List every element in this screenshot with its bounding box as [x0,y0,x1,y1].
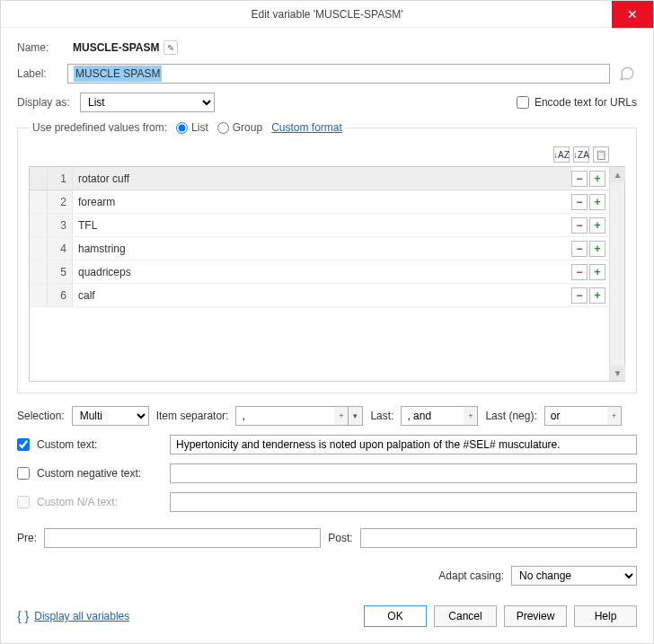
custom-neg-label: Custom negative text: [37,467,163,480]
close-button[interactable]: ✕ [612,1,653,28]
last-label: Last: [370,410,393,422]
row-drag-handle[interactable] [30,284,48,306]
add-row-button[interactable]: + [589,217,605,234]
add-row-button[interactable]: + [589,241,605,257]
last-plus[interactable]: + [464,406,478,426]
row-text[interactable]: rotator cuff [73,167,571,190]
custom-text-label: Custom text: [37,438,163,451]
custom-text-input[interactable] [170,435,637,454]
dialog-content: Name: MUSCLE-SPASM ✎ Label: MUSCLE SPASM… [1,28,653,636]
predefined-values-fieldset: Use predefined values from: List Group C… [17,121,637,393]
radio-list-wrap: List [176,121,208,134]
last-group: + [401,406,478,426]
predef-legend-text: Use predefined values from: [32,121,167,134]
add-row-button[interactable]: + [589,194,605,210]
row-number: 5 [48,260,73,283]
list-item[interactable]: 2forearm−+ [30,190,609,214]
item-sep-plus[interactable]: + [334,406,349,426]
row-buttons: −+ [571,284,609,306]
row-buttons: −+ [571,237,609,260]
custom-na-checkbox [17,496,30,508]
remove-row-button[interactable]: − [571,171,588,187]
selection-select[interactable]: Multi [72,406,149,426]
remove-row-button[interactable]: − [571,217,588,234]
display-as-select[interactable]: List [80,93,215,112]
list-item[interactable]: 1rotator cuff−+ [30,167,609,190]
encode-urls-label: Encode text for URLs [535,96,637,109]
radio-group-wrap: Group [217,121,262,134]
row-buttons: −+ [571,167,609,190]
add-row-button[interactable]: + [589,171,605,187]
display-as-row: Display as: List Encode text for URLs [17,93,637,112]
help-button[interactable]: Help [574,605,637,627]
custom-neg-checkbox[interactable] [17,467,30,480]
item-sep-label: Item separator: [156,410,229,422]
row-number: 1 [48,167,73,190]
cancel-button[interactable]: Cancel [434,605,497,627]
last-neg-input[interactable] [544,406,607,426]
sort-desc-icon[interactable]: ↓ZA [573,146,589,163]
item-sep-input[interactable] [235,406,334,426]
custom-text-checkbox[interactable] [17,438,30,451]
row-text[interactable]: forearm [73,190,571,213]
row-drag-handle[interactable] [30,190,48,213]
label-input[interactable]: MUSCLE SPASM [67,64,610,84]
remove-row-button[interactable]: − [571,194,588,210]
list-item[interactable]: 5quadriceps−+ [30,260,609,284]
row-text[interactable]: TFL [73,214,571,236]
row-drag-handle[interactable] [30,237,48,260]
radio-group[interactable] [217,122,229,134]
item-sep-group: + ▾ [235,406,363,426]
list-item[interactable]: 3TFL−+ [30,214,609,237]
scroll-down-icon[interactable]: ▼ [610,366,625,381]
encode-urls-checkbox[interactable] [517,96,529,109]
custom-neg-input[interactable] [170,463,637,483]
adapt-casing-select[interactable]: No change [511,566,637,586]
speech-bubble-icon[interactable] [617,64,637,84]
radio-list[interactable] [176,122,188,134]
sort-asc-icon[interactable]: ↓AZ [553,146,570,163]
post-input[interactable] [360,528,637,548]
footer: { } Display all variables OK Cancel Prev… [17,605,637,627]
radio-list-label: List [191,121,208,134]
remove-row-button[interactable]: − [571,287,588,304]
display-as-label: Display as: [17,96,80,109]
remove-row-button[interactable]: − [571,264,588,280]
row-drag-handle[interactable] [30,260,48,283]
custom-format-link[interactable]: Custom format [271,121,342,134]
label-input-text: MUSCLE SPASM [74,66,162,82]
list-item[interactable]: 6calf−+ [30,284,609,307]
last-neg-label: Last (neg): [485,410,536,422]
list-toolbar: ↓AZ ↓ZA 📋 [29,146,609,163]
row-buttons: −+ [571,260,609,283]
last-neg-plus[interactable]: + [607,406,622,426]
label-row: Label: MUSCLE SPASM [17,64,637,84]
row-drag-handle[interactable] [30,214,48,236]
list-item[interactable]: 4hamstring−+ [30,237,609,260]
adapt-casing-label: Adapt casing: [438,569,504,582]
add-row-button[interactable]: + [589,287,605,304]
remove-row-button[interactable]: − [571,241,588,257]
item-sep-dropdown[interactable]: ▾ [349,406,363,426]
clipboard-icon[interactable]: 📋 [593,146,609,163]
post-label: Post: [328,532,352,544]
pencil-icon[interactable]: ✎ [164,40,178,55]
display-all-link[interactable]: Display all variables [34,610,129,622]
row-text[interactable]: hamstring [73,237,571,260]
pre-label: Pre: [17,532,37,544]
add-row-button[interactable]: + [589,264,605,280]
close-icon: ✕ [627,7,638,22]
row-number: 2 [48,190,73,213]
ok-button[interactable]: OK [364,605,427,627]
scroll-up-icon[interactable]: ▲ [610,167,625,182]
display-all-variables[interactable]: { } Display all variables [17,609,129,623]
row-text[interactable]: quadriceps [73,260,571,283]
pre-post-row: Pre: Post: [17,528,637,548]
last-neg-group: + [544,406,622,426]
last-input[interactable] [401,406,464,426]
row-drag-handle[interactable] [30,167,48,190]
preview-button[interactable]: Preview [504,605,567,627]
scrollbar[interactable]: ▲ ▼ [609,167,624,381]
pre-input[interactable] [44,528,321,548]
row-text[interactable]: calf [73,284,571,306]
